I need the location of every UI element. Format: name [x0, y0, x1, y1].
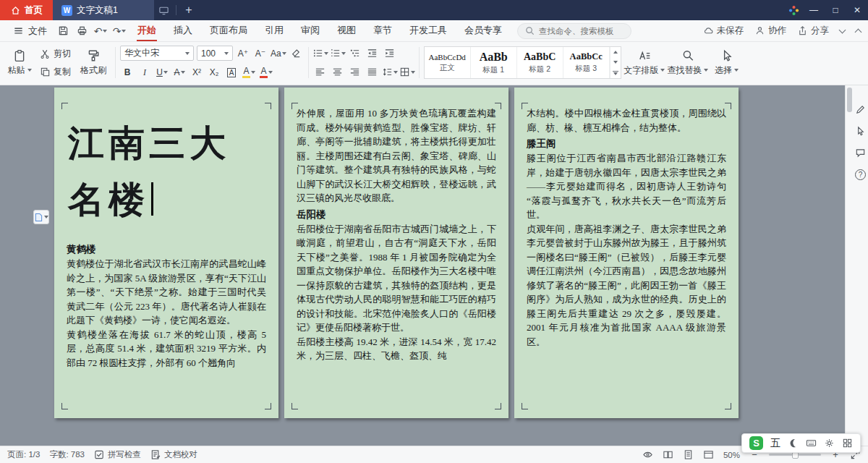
heading-tengwangge[interactable]: 滕王阁: [527, 137, 726, 151]
justify-button[interactable]: [365, 65, 380, 80]
command-search-box[interactable]: [517, 23, 631, 39]
page-1[interactable]: 江南三大名楼 黄鹤楼 黄鹤楼位于湖北省武汉市长江南岸的武昌蛇山峰岭之上，为国家 …: [54, 88, 278, 418]
home-tab[interactable]: 首页: [0, 0, 53, 20]
clear-format-button[interactable]: [289, 46, 304, 61]
new-tab-button[interactable]: +: [179, 0, 198, 20]
style-heading-3[interactable]: AaBbCc 标题 3: [563, 47, 610, 78]
page-3[interactable]: 木结构。楼中四根楠木金柱直贯楼顶，周围绕以廊、枋、椽、檩互相榫合，结为整体。 滕…: [514, 88, 739, 418]
moon-icon[interactable]: [788, 438, 799, 449]
align-right-button[interactable]: [348, 65, 362, 80]
underline-button[interactable]: U: [155, 65, 169, 80]
subscript-button[interactable]: X₂: [207, 65, 221, 80]
page-margin-tool[interactable]: [33, 210, 49, 224]
paragraph[interactable]: 木结构。楼中四根楠木金柱直贯楼顶，周围绕以廊、枋、椽、檩互相榫合，结为整体。: [527, 106, 726, 135]
comment-icon[interactable]: [855, 148, 866, 158]
collapse-ribbon-chevron[interactable]: [855, 28, 862, 35]
font-family-select[interactable]: 华文中宋: [120, 46, 194, 61]
file-menu-button[interactable]: 文件: [7, 25, 53, 38]
bullet-list-button[interactable]: [313, 46, 328, 61]
char-border-button[interactable]: A: [224, 65, 239, 80]
keyboard-icon[interactable]: [806, 438, 817, 449]
tab-member[interactable]: 会员专享: [456, 20, 510, 42]
page-2[interactable]: 外伸展，屋面用 10 多万块黄色琉璃瓦覆盖构建而成。楼外铸铜黄鹤造型、胜像宝塔、…: [284, 88, 509, 418]
print-button[interactable]: [73, 22, 90, 40]
reading-view-icon[interactable]: [663, 449, 673, 460]
paragraph[interactable]: 岳阳楼主楼高 19.42 米，进深 14.54 米，宽 17.42 米，为三层、…: [297, 335, 496, 363]
numbered-list-button[interactable]: [331, 46, 345, 61]
word-count[interactable]: 字数: 783: [49, 449, 85, 460]
doc-proof-button[interactable]: 文档校对: [150, 449, 197, 460]
font-size-select[interactable]: 100: [197, 46, 233, 61]
style-heading-2[interactable]: AaBbC 标题 2: [517, 47, 563, 78]
document-title[interactable]: 江南三大名楼: [68, 115, 266, 228]
zoom-slider[interactable]: [769, 454, 821, 456]
annotate-pen-icon[interactable]: [855, 104, 866, 115]
scrollbar-thumb[interactable]: [847, 88, 852, 112]
paste-button[interactable]: 粘贴: [4, 44, 35, 81]
tab-view[interactable]: 视图: [329, 20, 364, 42]
multilevel-list-button[interactable]: [348, 46, 362, 61]
cut-button[interactable]: 剪切: [38, 47, 73, 61]
page-view-icon[interactable]: [683, 449, 694, 460]
paragraph[interactable]: 贞观年间，唐高祖李渊之子、唐太宗李世民之弟李元婴曾被封于山东滕州故为滕王，且于滕…: [527, 222, 726, 349]
font-color-button[interactable]: A: [259, 65, 273, 80]
find-replace-caret[interactable]: [704, 69, 708, 72]
select-caret[interactable]: [734, 69, 739, 72]
maximize-button[interactable]: □: [825, 0, 846, 20]
spell-check-button[interactable]: 拼写检查: [94, 449, 141, 460]
select-button[interactable]: 选择: [711, 44, 743, 81]
redo-dropdown-caret[interactable]: [122, 30, 126, 33]
sogou-logo-icon[interactable]: S: [749, 436, 763, 450]
document-canvas[interactable]: 江南三大名楼 黄鹤楼 黄鹤楼位于湖北省武汉市长江南岸的武昌蛇山峰岭之上，为国家 …: [0, 85, 845, 446]
select-tool-icon[interactable]: [855, 126, 866, 137]
tab-insert[interactable]: 插入: [166, 20, 200, 42]
increase-indent-button[interactable]: [383, 46, 397, 61]
style-heading-1[interactable]: AaBb 标题 1: [471, 47, 517, 78]
tab-section[interactable]: 章节: [365, 20, 400, 42]
screen-sync-button[interactable]: [154, 0, 173, 20]
settings-gear-icon[interactable]: [824, 438, 835, 449]
undo-button[interactable]: ↶: [92, 22, 109, 40]
undo-dropdown-caret[interactable]: [103, 30, 107, 33]
paragraph[interactable]: 滕王阁位于江西省南昌市西北部沿江路赣江东岸，始建于唐朝永徽四年，因唐太宗李世民之…: [527, 151, 726, 222]
ime-toolbar[interactable]: S 五: [741, 433, 861, 453]
italic-button[interactable]: I: [137, 65, 152, 80]
more-menu-chevron[interactable]: [839, 26, 846, 33]
style-gallery-up-button[interactable]: [610, 47, 621, 57]
text-layout-button[interactable]: 文字排版: [624, 44, 665, 81]
web-view-icon[interactable]: [703, 449, 714, 460]
heading-yueyanglou[interactable]: 岳阳楼: [297, 208, 496, 222]
shrink-font-button[interactable]: A⁻: [253, 46, 268, 61]
grow-font-button[interactable]: A⁺: [236, 46, 250, 61]
borders-button[interactable]: [400, 65, 414, 80]
help-icon[interactable]: ?: [855, 169, 866, 180]
paste-dropdown-caret[interactable]: [27, 69, 32, 72]
minimize-button[interactable]: —: [803, 0, 825, 20]
document-tab[interactable]: W 文字文稿1: [53, 0, 154, 20]
grid-icon[interactable]: [842, 438, 853, 449]
strikethrough-button[interactable]: A: [172, 65, 187, 80]
format-painter-button[interactable]: 格式刷: [76, 44, 111, 81]
tab-page-layout[interactable]: 页面布局: [202, 20, 255, 42]
style-normal[interactable]: AaBbCcDd 正文: [425, 47, 471, 78]
copy-button[interactable]: 复制: [38, 65, 73, 79]
share-button[interactable]: 分享: [797, 25, 829, 37]
search-input[interactable]: [539, 27, 629, 35]
redo-button[interactable]: ↷: [111, 22, 128, 40]
change-case-button[interactable]: Aa: [271, 46, 286, 61]
align-center-button[interactable]: [331, 65, 345, 80]
eye-protect-icon[interactable]: [642, 449, 653, 460]
paragraph[interactable]: 黄鹤楼坐落在海拔 61.7 米的蛇山顶，楼高 5 层，总高度 51.4 米，建筑…: [67, 328, 266, 370]
save-button[interactable]: [54, 22, 72, 40]
tab-home[interactable]: 开始: [129, 20, 164, 42]
paragraph[interactable]: 黄鹤楼位于湖北省武汉市长江南岸的武昌蛇山峰岭之上，为国家 5A 级旅游景区，享有…: [67, 257, 266, 328]
text-layout-caret[interactable]: [660, 69, 665, 72]
align-left-button[interactable]: [313, 65, 328, 80]
skin-center-button[interactable]: [784, 0, 803, 20]
vertical-scrollbar[interactable]: [846, 85, 853, 446]
style-gallery-more-button[interactable]: [610, 68, 621, 78]
paragraph[interactable]: 岳阳楼位于湖南省岳阳市古城西门城墙之上，下瞰洞庭，前望君山，自古有“洞庭天下水，…: [297, 222, 496, 335]
bold-button[interactable]: B: [120, 65, 135, 80]
decrease-indent-button[interactable]: [365, 46, 380, 61]
line-spacing-button[interactable]: [383, 65, 397, 80]
